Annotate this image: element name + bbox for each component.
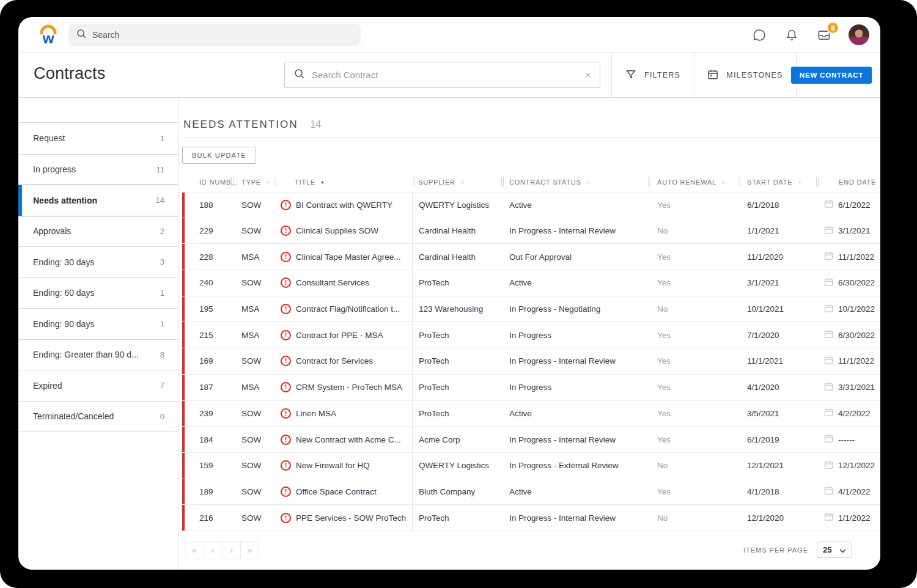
table-row[interactable]: 169 SOW ! Contract for Services ProTech … — [182, 348, 880, 375]
table-row[interactable]: 187 MSA ! CRM System - ProTech MSA ProTe… — [182, 375, 880, 401]
calendar-icon — [824, 434, 833, 445]
alert-icon[interactable]: ! — [281, 277, 291, 288]
table-row[interactable]: 239 SOW ! Linen MSA ProTech Active Yes 3… — [182, 401, 880, 427]
sort-arrow-icon: ▲ — [320, 180, 325, 184]
alert-icon[interactable]: ! — [281, 304, 291, 314]
needs-attention-bar — [182, 322, 185, 348]
next-page-button[interactable]: › — [222, 542, 240, 559]
page-title: Contracts — [34, 64, 105, 83]
filter-funnel-icon — [625, 68, 637, 83]
table-row[interactable]: 215 MSA ! Contract for PPE - MSA ProTech… — [182, 322, 880, 348]
table-row[interactable]: 216 SOW ! PPE Services - SOW ProTech Pro… — [182, 505, 880, 531]
sort-arrow-icon: ▲ — [586, 180, 591, 184]
chevron-down-icon — [839, 545, 846, 556]
previous-page-button[interactable]: ‹ — [204, 542, 222, 559]
column-separator — [413, 177, 415, 186]
global-search-input[interactable] — [92, 30, 353, 40]
inbox-tray-button[interactable]: 8 — [816, 27, 832, 43]
needs-attention-bar — [182, 270, 185, 296]
table-row[interactable]: 228 MSA ! Clinical Tape Master Agree... … — [182, 244, 880, 270]
alert-icon[interactable]: ! — [281, 513, 291, 523]
table-row[interactable]: 159 SOW ! New Firewall for HQ QWERTY Log… — [182, 453, 880, 479]
calendar-icon — [824, 277, 833, 288]
clear-search-icon[interactable]: × — [585, 70, 591, 80]
global-search[interactable] — [68, 24, 361, 46]
column-separator — [231, 177, 234, 186]
alert-icon[interactable]: ! — [281, 356, 291, 366]
calendar-icon — [824, 199, 833, 210]
column-header[interactable]: TITLE ▲ — [273, 172, 412, 192]
filters-button[interactable]: FILTERS — [611, 53, 694, 98]
calendar-icon — [824, 329, 833, 340]
table-row[interactable]: 195 MSA ! Contract Flag/Notification t..… — [182, 296, 880, 323]
alert-icon[interactable]: ! — [281, 330, 291, 340]
column-header[interactable]: SUPPLIER ▲ — [412, 172, 501, 192]
chat-button[interactable] — [751, 27, 767, 43]
table-header-row: ID NUMB... ▲ TYPE ▲ TITLE ▲ SUPPLIER ▲ C… — [182, 172, 880, 192]
calendar-icon — [824, 356, 833, 367]
alert-icon[interactable]: ! — [281, 226, 291, 236]
table-row[interactable]: 189 SOW ! Office Space Contract Bluth Co… — [182, 479, 880, 505]
sort-arrow-icon: ▲ — [266, 180, 270, 184]
column-header[interactable]: AUTO RENEWAL ▲ — [647, 172, 737, 192]
table-row[interactable]: 229 SOW ! Clinical Supplies SOW Cardinal… — [182, 218, 880, 244]
search-icon — [293, 68, 305, 82]
pagination-controls: « ‹ › » — [185, 541, 259, 559]
sidebar-item[interactable]: Needs attention 14 — [18, 185, 178, 216]
alert-icon[interactable]: ! — [281, 200, 291, 210]
contract-search-input[interactable] — [312, 70, 578, 80]
table-row[interactable]: 240 SOW ! Consultant Services ProTech Ac… — [182, 270, 880, 296]
alert-icon[interactable]: ! — [281, 382, 291, 392]
needs-attention-bar — [182, 244, 185, 270]
sidebar-item[interactable]: Terminated/Canceled 0 — [18, 401, 178, 432]
new-contract-button[interactable]: NEW CONTRACT — [791, 67, 872, 84]
search-icon — [76, 28, 87, 42]
workday-logo[interactable]: w — [37, 23, 60, 46]
needs-attention-bar — [182, 296, 185, 322]
items-per-page: ITEMS PER PAGE 25 — [743, 542, 852, 558]
avatar[interactable] — [849, 24, 869, 45]
sidebar-item[interactable]: In progress 11 — [18, 154, 178, 185]
sidebar-item[interactable]: Expired 7 — [18, 370, 178, 401]
top-icons: 8 — [751, 17, 869, 53]
first-page-button[interactable]: « — [185, 542, 204, 559]
items-per-page-select[interactable]: 25 — [817, 542, 852, 558]
calendar-icon — [707, 68, 719, 83]
alert-icon[interactable]: ! — [281, 252, 291, 262]
sidebar-item[interactable]: Ending: 30 days 3 — [18, 246, 178, 277]
column-header[interactable]: END DATE ▲ — [816, 172, 880, 192]
column-separator — [816, 177, 819, 186]
sidebar: Request 1 In progress 11 Needs attention… — [18, 98, 179, 569]
sidebar-item[interactable]: Request 1 — [18, 123, 178, 154]
sort-arrow-icon: ▲ — [797, 180, 801, 184]
calendar-icon — [824, 226, 833, 237]
content: Request 1 In progress 11 Needs attention… — [18, 98, 880, 569]
column-header[interactable]: START DATE ▲ — [737, 172, 816, 192]
calendar-icon — [824, 512, 833, 523]
sidebar-item[interactable]: Ending: Greater than 90 d... 8 — [18, 339, 178, 370]
alert-icon[interactable]: ! — [281, 487, 291, 497]
device-frame: w 8 Contracts — [0, 0, 917, 588]
table-row[interactable]: 184 SOW ! New Contract with Acme C... Ac… — [182, 427, 880, 453]
needs-attention-bar — [182, 401, 185, 427]
notifications-bell-button[interactable] — [784, 27, 800, 43]
calendar-icon — [824, 382, 833, 393]
table-row[interactable]: 188 SOW ! BI Contract with QWERTY QWERTY… — [182, 192, 880, 218]
column-separator — [738, 177, 740, 186]
alert-icon[interactable]: ! — [281, 408, 291, 419]
bulk-update-button[interactable]: BULK UPDATE — [182, 147, 256, 164]
column-header[interactable]: CONTRACT STATUS ▲ — [501, 172, 647, 192]
sidebar-item[interactable]: Approvals 2 — [18, 216, 178, 247]
contract-search[interactable]: × — [284, 62, 600, 88]
column-header[interactable]: ID NUMB... ▲ — [185, 172, 230, 192]
milestones-button[interactable]: MILESTONES — [694, 53, 796, 98]
alert-icon[interactable]: ! — [281, 460, 291, 471]
sort-arrow-icon: ▲ — [460, 180, 465, 184]
sidebar-item[interactable]: Ending: 90 days 1 — [18, 308, 178, 339]
sidebar-item[interactable]: Ending: 60 days 1 — [18, 277, 178, 309]
needs-attention-bar — [182, 427, 185, 452]
alert-icon[interactable]: ! — [281, 435, 291, 445]
column-header[interactable]: TYPE ▲ — [230, 172, 273, 192]
needs-attention-bar — [182, 218, 185, 244]
last-page-button[interactable]: » — [240, 542, 259, 559]
